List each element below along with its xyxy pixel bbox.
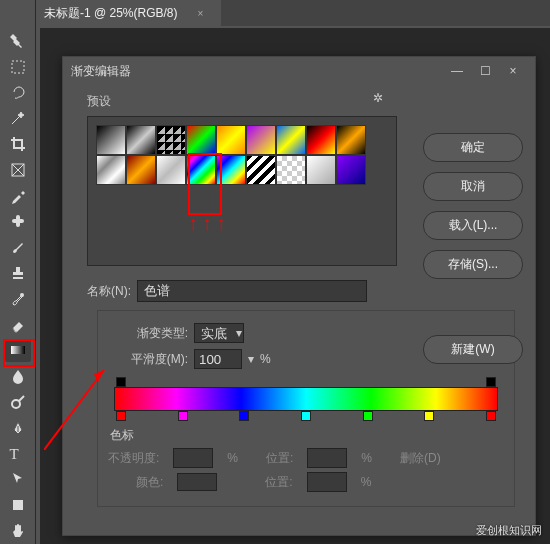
preset-swatch[interactable] [186, 125, 216, 155]
color-stop[interactable] [486, 411, 496, 421]
preset-swatch[interactable] [156, 155, 186, 185]
gradient-name-input[interactable] [137, 280, 367, 302]
color-stop[interactable] [239, 411, 249, 421]
preset-swatch[interactable] [216, 125, 246, 155]
preset-swatch[interactable] [96, 155, 126, 185]
move-tool[interactable] [5, 29, 31, 53]
eraser-tool[interactable] [5, 313, 31, 337]
color-stop[interactable] [178, 411, 188, 421]
blur-tool[interactable] [5, 364, 31, 388]
preset-swatch[interactable] [156, 125, 186, 155]
dropdown-icon: ▾ [236, 326, 242, 340]
wand-tool[interactable] [5, 106, 31, 130]
color-label: 颜色: [136, 474, 163, 491]
presets-panel: ↑ ↑ ↑ [87, 116, 397, 266]
svg-point-4 [20, 293, 24, 297]
shape-tool[interactable] [5, 493, 31, 517]
preset-swatch[interactable] [306, 155, 336, 185]
eyedropper-tool[interactable] [5, 184, 31, 208]
presets-label: 预设 [87, 94, 111, 108]
annotation-arrow: ↑ [216, 212, 226, 235]
watermark: 爱创根知识网 [476, 523, 542, 538]
path-select-tool[interactable] [5, 468, 31, 492]
preset-swatch[interactable] [276, 125, 306, 155]
presets-menu-icon[interactable]: ✲ [373, 91, 523, 105]
maximize-button[interactable]: ☐ [471, 61, 499, 81]
lasso-tool[interactable] [5, 81, 31, 105]
color-well [177, 473, 217, 491]
svg-rect-3 [12, 219, 24, 223]
preset-swatch[interactable] [306, 125, 336, 155]
svg-rect-0 [12, 61, 24, 73]
annotation-arrow: ↑ [188, 212, 198, 235]
hand-tool[interactable] [5, 519, 31, 543]
brush-tool[interactable] [5, 235, 31, 259]
color-stop[interactable] [116, 411, 126, 421]
position-label: 位置: [266, 450, 293, 467]
annotation-arrow: ↑ [202, 212, 212, 235]
color-stop[interactable] [301, 411, 311, 421]
svg-point-6 [12, 400, 20, 408]
gradient-tool[interactable] [5, 339, 31, 363]
stops-section-label: 色标 [110, 427, 504, 444]
svg-rect-5 [11, 346, 25, 354]
pen-tool[interactable] [5, 416, 31, 440]
smoothness-input[interactable] [194, 349, 242, 369]
stamp-tool[interactable] [5, 261, 31, 285]
ok-button[interactable]: 确定 [423, 133, 523, 162]
frame-tool[interactable] [5, 158, 31, 182]
gradient-preview-bar[interactable] [114, 387, 498, 411]
color-stop[interactable] [363, 411, 373, 421]
preset-swatch[interactable] [216, 155, 246, 185]
close-tab-icon[interactable]: × [198, 8, 204, 19]
percent-label: % [260, 352, 271, 366]
preset-swatch[interactable] [336, 125, 366, 155]
percent-label: % [361, 451, 372, 465]
dodge-tool[interactable] [5, 390, 31, 414]
marquee-tool[interactable] [5, 55, 31, 79]
preset-swatch[interactable] [336, 155, 366, 185]
smoothness-label: 平滑度(M): [108, 351, 188, 368]
document-tab[interactable]: 未标题-1 @ 25%(RGB/8) × [30, 0, 221, 26]
opacity-stop[interactable] [116, 377, 126, 387]
cancel-button[interactable]: 取消 [423, 172, 523, 201]
opacity-stop[interactable] [486, 377, 496, 387]
close-button[interactable]: × [499, 61, 527, 81]
gradient-type-label: 渐变类型: [108, 325, 188, 342]
preset-swatch-spectrum[interactable] [186, 155, 216, 185]
name-label: 名称(N): [87, 283, 131, 300]
save-button[interactable]: 存储(S)... [423, 250, 523, 279]
gradient-editor-dialog: 渐变编辑器 — ☐ × 预设 ✲ [62, 56, 536, 536]
crop-tool[interactable] [5, 132, 31, 156]
dropdown-icon[interactable]: ▾ [248, 352, 254, 366]
tools-panel: T [0, 0, 36, 544]
dialog-title: 渐变编辑器 [71, 63, 131, 80]
type-tool[interactable]: T [5, 442, 31, 466]
healing-tool[interactable] [5, 210, 31, 234]
opacity-label: 不透明度: [108, 450, 159, 467]
load-button[interactable]: 载入(L)... [423, 211, 523, 240]
position-input [307, 448, 347, 468]
preset-swatch[interactable] [126, 125, 156, 155]
color-position-input [307, 472, 347, 492]
percent-label: % [227, 451, 238, 465]
percent-label: % [361, 475, 372, 489]
opacity-input [173, 448, 213, 468]
new-button[interactable]: 新建(W) [423, 335, 523, 364]
color-stop[interactable] [424, 411, 434, 421]
preset-swatch[interactable] [246, 155, 276, 185]
preset-swatch[interactable] [126, 155, 156, 185]
preset-swatch[interactable] [276, 155, 306, 185]
svg-rect-7 [13, 500, 23, 510]
preset-swatch[interactable] [246, 125, 276, 155]
minimize-button[interactable]: — [443, 61, 471, 81]
history-brush-tool[interactable] [5, 287, 31, 311]
document-title: 未标题-1 @ 25%(RGB/8) [44, 5, 178, 22]
delete-stop-button: 删除(D) [400, 450, 441, 467]
position-label: 位置: [265, 474, 292, 491]
preset-swatch[interactable] [96, 125, 126, 155]
